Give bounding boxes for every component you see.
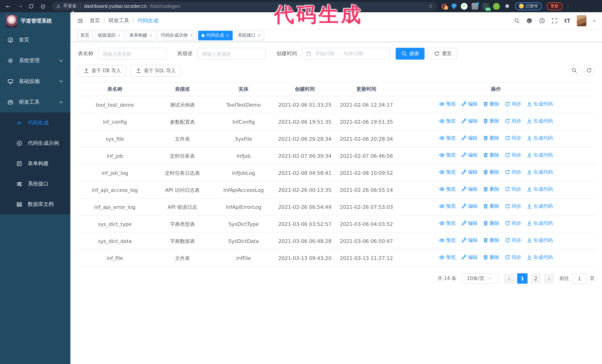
close-icon[interactable]: × (258, 33, 261, 38)
forward-icon[interactable]: → (16, 3, 24, 10)
text-size-icon[interactable]: tT (564, 18, 570, 24)
action-sync[interactable]: 同步 (505, 253, 521, 261)
hamburger-icon[interactable] (77, 18, 83, 24)
action-edit[interactable]: 编辑 (461, 100, 478, 108)
action-delete[interactable]: 删除 (483, 134, 499, 142)
page-button-1[interactable]: 1 (517, 273, 527, 284)
action-download[interactable]: 生成代码 (527, 185, 553, 193)
action-delete[interactable]: 删除 (483, 117, 499, 125)
action-sync[interactable]: 同步 (505, 236, 521, 244)
sidebar-item-系统管理[interactable]: 系统管理 (0, 50, 70, 71)
tab-代码生成[interactable]: 代码生成× (198, 31, 232, 40)
ext-shield-icon[interactable] (461, 3, 468, 10)
avatar-caret-icon[interactable]: ▾ (593, 18, 595, 23)
reset-button[interactable]: 重置 (428, 48, 457, 60)
github-icon[interactable] (527, 18, 532, 24)
ext-screen-icon[interactable]: on (482, 3, 489, 10)
user-avatar[interactable] (577, 15, 587, 26)
back-icon[interactable]: ← (4, 3, 12, 10)
breadcrumb-tools[interactable]: 研发工具 (108, 17, 129, 24)
ext-gem-icon[interactable] (451, 4, 457, 9)
sidebar-item-数据库文档[interactable]: 数据库文档 (0, 194, 70, 214)
prev-page-button[interactable]: ‹ (504, 273, 514, 284)
tab-链路追踪[interactable]: 链路追踪× (95, 31, 124, 40)
close-icon[interactable]: × (149, 33, 152, 38)
action-eye[interactable]: 预览 (439, 168, 456, 176)
action-download[interactable]: 生成代码 (527, 202, 553, 210)
ext-stats-icon[interactable] (472, 3, 478, 10)
sidebar-item-基础设施[interactable]: 基础设施 (0, 71, 70, 92)
refresh-table-button[interactable] (583, 65, 595, 76)
bookmark-star-icon[interactable]: ☆ (429, 3, 433, 9)
show-search-button[interactable] (569, 65, 580, 76)
table-desc-input[interactable] (197, 48, 266, 60)
tab-首页[interactable]: 首页 (77, 31, 93, 40)
search-button[interactable]: 搜索 (396, 48, 425, 60)
help-icon[interactable] (539, 18, 545, 24)
action-sync[interactable]: 同步 (505, 117, 521, 125)
action-download[interactable]: 生成代码 (527, 100, 553, 108)
action-eye[interactable]: 预览 (439, 219, 456, 227)
search-icon[interactable] (514, 18, 520, 24)
db-import-button[interactable]: 基于 DB 导入 (78, 65, 126, 77)
action-sync[interactable]: 同步 (505, 100, 521, 108)
next-page-button[interactable]: › (544, 273, 554, 284)
close-icon[interactable]: × (190, 33, 193, 38)
action-delete[interactable]: 删除 (483, 202, 499, 210)
sidebar-item-首页[interactable]: 首页 (0, 30, 70, 50)
sidebar-item-研发工具[interactable]: 研发工具 (0, 92, 70, 113)
action-eye[interactable]: 预览 (439, 253, 456, 261)
ext-monkey-icon[interactable] (493, 3, 500, 10)
jumper-input[interactable] (572, 273, 587, 284)
ext-sync-icon[interactable]: 1 (441, 4, 447, 9)
action-edit[interactable]: 编辑 (461, 236, 478, 244)
close-icon[interactable]: × (118, 33, 121, 38)
action-edit[interactable]: 编辑 (461, 151, 478, 159)
action-edit[interactable]: 编辑 (461, 134, 478, 142)
date-range-picker[interactable]: 开始日期 - 结束日期 (301, 48, 390, 60)
action-sync[interactable]: 同步 (505, 202, 521, 210)
tab-表单构建[interactable]: 表单构建× (126, 31, 156, 40)
action-sync[interactable]: 同步 (505, 168, 521, 176)
action-sync[interactable]: 同步 (505, 219, 521, 227)
action-delete[interactable]: 删除 (483, 236, 499, 244)
action-download[interactable]: 生成代码 (527, 219, 553, 227)
action-edit[interactable]: 编辑 (461, 168, 478, 176)
action-sync[interactable]: 同步 (505, 185, 521, 193)
action-delete[interactable]: 删除 (483, 219, 499, 227)
home-icon[interactable] (40, 3, 47, 9)
action-edit[interactable]: 编辑 (461, 253, 478, 261)
action-download[interactable]: 生成代码 (527, 236, 553, 244)
close-icon[interactable]: × (226, 33, 229, 38)
action-download[interactable]: 生成代码 (527, 168, 553, 176)
action-download[interactable]: 生成代码 (527, 253, 553, 261)
action-delete[interactable]: 删除 (483, 168, 499, 176)
page-button-2[interactable]: 2 (530, 273, 541, 284)
sidebar-item-代码生成[interactable]: 代码生成 (0, 113, 70, 133)
sidebar-item-代码生成示例[interactable]: 代码生成示例 (0, 133, 70, 153)
breadcrumb-home[interactable]: 首页 (90, 17, 100, 24)
action-delete[interactable]: 删除 (483, 100, 499, 108)
action-eye[interactable]: 预览 (439, 117, 456, 125)
action-eye[interactable]: 预览 (439, 100, 456, 108)
app-logo-row[interactable]: 芋道管理系统 (0, 12, 70, 30)
address-bar[interactable]: ⚠ 不安全 | dashboard.yudao.iocoder.cn/tool/… (52, 2, 437, 10)
action-sync[interactable]: 同步 (505, 134, 521, 142)
action-delete[interactable]: 删除 (483, 151, 499, 159)
action-delete[interactable]: 删除 (483, 253, 499, 261)
sidebar-item-表单构建[interactable]: 表单构建 (0, 153, 70, 174)
action-download[interactable]: 生成代码 (527, 134, 553, 142)
ext-puzzle-icon[interactable] (504, 3, 510, 10)
action-eye[interactable]: 预览 (439, 134, 456, 142)
action-sync[interactable]: 同步 (505, 151, 521, 159)
paused-badge[interactable]: 已暂停 (515, 2, 542, 10)
action-edit[interactable]: 编辑 (461, 117, 478, 125)
fullscreen-icon[interactable] (552, 18, 558, 24)
action-download[interactable]: 生成代码 (527, 117, 553, 125)
action-eye[interactable]: 预览 (439, 202, 456, 210)
tab-系统接口[interactable]: 系统接口× (235, 31, 264, 40)
sidebar-item-系统接口[interactable]: 系统接口 (0, 174, 70, 194)
sql-import-button[interactable]: 基于 SQL 导入 (130, 65, 181, 77)
page-size-select[interactable]: 10条/页 (462, 273, 499, 284)
browser-menu-icon[interactable]: ⋮ (566, 3, 570, 9)
